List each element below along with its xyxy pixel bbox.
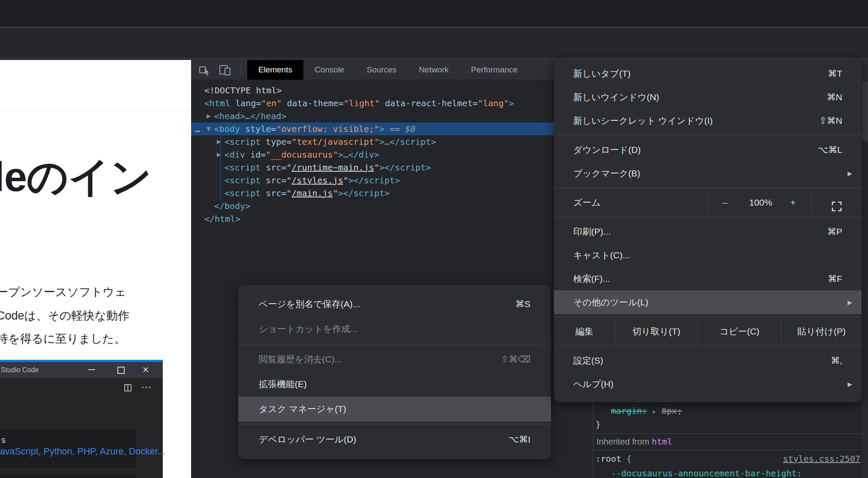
main-menu-edit-row: 編集切り取り(T)コピー(C)貼り付け(P) (554, 320, 862, 343)
indent-guide (220, 135, 221, 200)
code-segment: > (509, 98, 514, 108)
code-segment: </head> (250, 111, 286, 121)
menu-item-label: 新しいタブ(T) (573, 69, 631, 78)
tab-strip (0, 0, 868, 27)
menu-item-label: ブックマーク(B) (573, 168, 640, 178)
dom-node[interactable]: </html> (191, 212, 606, 225)
context-menu-item-create-shortcut[interactable]: ショートカットを作成... (238, 317, 551, 341)
vscode-split-editor-icon (124, 384, 132, 393)
code-segment: <!DOCTYPE html> (204, 85, 282, 96)
menu-item-label: ページを別名で保存(A)... (259, 299, 360, 309)
code-segment: " (343, 175, 348, 185)
main-menu-item-find[interactable]: 検索(F)...⌘F (554, 267, 862, 290)
collapse-arrow-icon[interactable]: ▼ (207, 122, 211, 135)
devtools-tab-console[interactable]: Console (303, 60, 356, 80)
main-menu-item-cast[interactable]: キャスト(C)... (554, 243, 862, 267)
menu-item-shortcut: ⌘N (827, 85, 842, 109)
main-menu-item-new-incognito-window[interactable]: 新しいシークレット ウインドウ(I)⇧⌘N (554, 109, 862, 132)
menu-item-label: デベロッパー ツール(D) (259, 434, 356, 444)
menu-separator (554, 346, 862, 346)
main-menu-item-more-tools[interactable]: その他のツール(L)▶ (554, 290, 862, 314)
zoom-out-button[interactable]: – (719, 191, 731, 214)
device-toolbar-icon[interactable] (218, 63, 231, 76)
menu-item-edit-1[interactable]: 切り取り(T) (615, 320, 697, 343)
browser-main-menu: 新しいタブ(T)⌘T新しいウインドウ(N)⌘N新しいシークレット ウインドウ(I… (554, 57, 862, 402)
menu-item-shortcut: ⌥⌘I (509, 427, 530, 452)
zoom-level: 100% (740, 191, 781, 214)
css-source-link[interactable]: styles.css:2507 (783, 454, 860, 464)
css-rule-selector[interactable]: :root { (596, 454, 632, 464)
node-options-icon[interactable]: … (195, 122, 201, 135)
paragraph-line: ープンソースソフトウェ (0, 281, 126, 304)
devtools-tabs: ElementsConsoleSourcesNetworkPerformance (247, 60, 529, 80)
zoom-in-button[interactable]: + (787, 191, 799, 214)
code-segment: … (245, 111, 250, 121)
page-header-divider (0, 111, 191, 111)
menu-separator (554, 217, 862, 217)
menu-item-shortcut: ⌘S (515, 292, 530, 317)
inherited-selector[interactable]: html (652, 436, 672, 447)
shorthand-expand-icon[interactable]: ▸ (652, 407, 656, 415)
dom-node[interactable]: ▶<head>…</head> (191, 110, 616, 122)
styles-separator (593, 433, 862, 434)
code-segment: src= (260, 162, 286, 173)
inspect-element-icon[interactable] (198, 63, 211, 76)
context-menu-item-developer-tools[interactable]: デベロッパー ツール(D)⌥⌘I (238, 427, 551, 452)
context-menu-item-save-page-as[interactable]: ページを別名で保存(A)...⌘S (238, 292, 551, 317)
code-segment: <script (224, 188, 260, 198)
main-menu-item-help[interactable]: ヘルプ(H)▶ (554, 372, 862, 396)
main-menu-item-bookmarks[interactable]: ブックマーク(B)▶ (554, 161, 862, 185)
devtools-tab-performance[interactable]: Performance (460, 60, 529, 80)
code-segment: "text/javascript" (292, 137, 380, 147)
main-menu-item-new-tab[interactable]: 新しいタブ(T)⌘T (554, 62, 862, 85)
vscode-language-links: avaScript, Python, PHP, Azure, Docker... (0, 446, 165, 457)
dom-node[interactable]: <html lang="en" data-theme="light" data-… (191, 97, 606, 110)
context-menu-item-task-manager[interactable]: タスク マネージャ(T) (238, 397, 551, 421)
code-segment: "lang" (478, 98, 509, 108)
devtools-tab-network[interactable]: Network (408, 60, 460, 80)
dom-node-selected[interactable]: …▼<body style="overflow: visible;"> == $… (191, 122, 616, 135)
vscode-close-icon: ✕ (142, 362, 149, 378)
code-segment: > (379, 137, 384, 147)
devtools-tab-sources[interactable]: Sources (356, 60, 408, 80)
main-menu-item-print[interactable]: 印刷(P)...⌘P (554, 220, 862, 243)
menu-item-label: ダウンロード(D) (573, 145, 641, 155)
menu-item-edit-0[interactable]: 編集 (554, 320, 615, 343)
vscode-more-actions-icon: ⋯ (141, 383, 151, 391)
main-menu-item-downloads[interactable]: ダウンロード(D)⌥⌘L (554, 138, 862, 161)
inherited-from-header: Inherited from html (596, 436, 672, 447)
dom-node[interactable]: <!DOCTYPE html> (191, 84, 606, 97)
styles-separator (593, 450, 862, 450)
code-segment: /main.js (292, 188, 333, 198)
code-segment: > (348, 175, 353, 185)
expand-arrow-icon[interactable]: ▶ (207, 110, 211, 122)
styles-scrollbar[interactable] (862, 80, 868, 478)
paragraph-line: 持を得るに至りました。 (0, 327, 126, 350)
code-segment: <script (224, 162, 260, 173)
vscode-maximize-icon (117, 367, 125, 374)
main-menu-item-new-window[interactable]: 新しいウインドウ(N)⌘N (554, 85, 862, 109)
vscode-welcome-panel: s avaScript, Python, PHP, Azure, Docker.… (0, 429, 136, 468)
code-segment: /runtime~main.js (292, 162, 374, 173)
menu-item-edit-3[interactable]: 貼り付け(P) (781, 320, 862, 343)
submenu-arrow-icon: ▶ (847, 373, 852, 396)
menu-item-label: タスク マネージャ(T) (259, 404, 346, 414)
code-segment: " (287, 175, 292, 185)
code-segment: <div (224, 149, 245, 160)
code-segment: </body> (214, 201, 250, 211)
dom-node[interactable]: </body> (191, 200, 616, 212)
css-overridden-declaration[interactable]: margin: ▸ 8px; (611, 406, 682, 416)
menu-item-label: キャスト(C)... (573, 250, 630, 260)
code-segment: "overflow: visible;" (276, 124, 380, 134)
menu-item-shortcut: ⇧⌘⌫ (501, 347, 530, 372)
code-segment: </script> (389, 137, 436, 147)
fullscreen-icon[interactable] (831, 197, 842, 221)
context-menu-item-extensions[interactable]: 拡張機能(E) (238, 372, 551, 397)
main-menu-item-settings[interactable]: 設定(S)⌘, (554, 349, 862, 372)
context-menu-item-clear-browsing-data[interactable]: 閲覧履歴を消去(C)...⇧⌘⌫ (238, 347, 551, 372)
devtools-tab-elements[interactable]: Elements (247, 60, 303, 80)
code-segment: > (379, 162, 384, 173)
code-segment: " (374, 162, 379, 173)
css-custom-property[interactable]: --docusaurus-announcement-bar-height: (611, 468, 802, 478)
menu-item-edit-2[interactable]: コピー(C) (697, 320, 781, 343)
